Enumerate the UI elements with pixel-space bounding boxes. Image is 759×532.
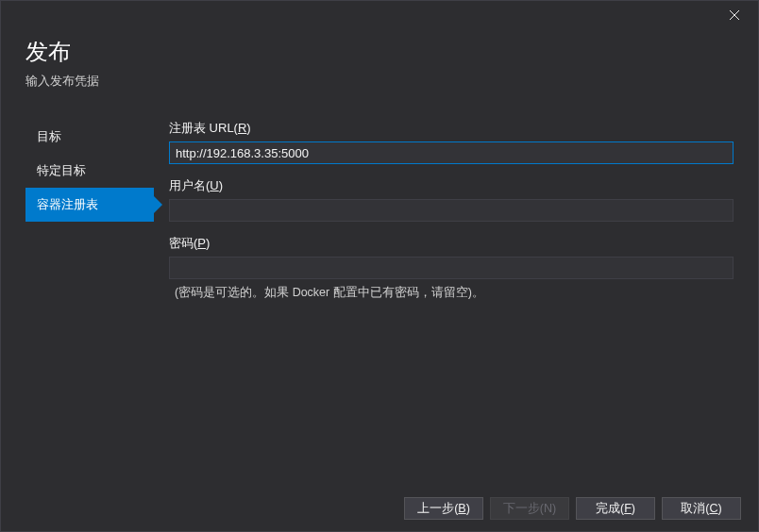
finish-button[interactable]: 完成(F) xyxy=(576,497,655,520)
cancel-button[interactable]: 取消(C) xyxy=(662,497,741,520)
sidebar-item-container-registry[interactable]: 容器注册表 xyxy=(25,188,154,222)
main-content: 目标 特定目标 容器注册表 注册表 URL(R) 用户名(U) 密码(P) xyxy=(1,107,758,484)
dialog-title: 发布 xyxy=(25,37,734,67)
registry-url-group: 注册表 URL(R) xyxy=(169,120,734,164)
dialog-footer: 上一步(B) 下一步(N) 完成(F) 取消(C) xyxy=(1,486,758,531)
registry-url-label: 注册表 URL(R) xyxy=(169,120,734,137)
dialog-subtitle: 输入发布凭据 xyxy=(25,73,734,90)
close-button[interactable] xyxy=(720,1,749,29)
password-input[interactable] xyxy=(169,257,734,279)
password-group: 密码(P) (密码是可选的。如果 Docker 配置中已有密码，请留空)。 xyxy=(169,235,734,301)
dialog-header: 发布 输入发布凭据 xyxy=(1,29,758,107)
wizard-sidebar: 目标 特定目标 容器注册表 xyxy=(25,107,154,484)
close-icon xyxy=(730,10,739,20)
sidebar-item-label: 特定目标 xyxy=(37,163,86,177)
password-label: 密码(P) xyxy=(169,235,734,252)
sidebar-item-target[interactable]: 目标 xyxy=(25,120,154,154)
registry-url-input[interactable] xyxy=(169,141,734,164)
sidebar-item-label: 目标 xyxy=(37,129,61,143)
username-input[interactable] xyxy=(169,199,734,222)
next-button: 下一步(N) xyxy=(490,497,569,520)
back-button[interactable]: 上一步(B) xyxy=(404,497,483,520)
username-group: 用户名(U) xyxy=(169,177,734,222)
form-area: 注册表 URL(R) 用户名(U) 密码(P) (密码是可选的。如果 Docke… xyxy=(154,107,734,484)
password-help-text: (密码是可选的。如果 Docker 配置中已有密码，请留空)。 xyxy=(169,285,734,301)
sidebar-item-label: 容器注册表 xyxy=(37,197,98,211)
username-label: 用户名(U) xyxy=(169,177,734,194)
sidebar-item-specific-target[interactable]: 特定目标 xyxy=(25,154,154,188)
titlebar xyxy=(1,1,758,29)
